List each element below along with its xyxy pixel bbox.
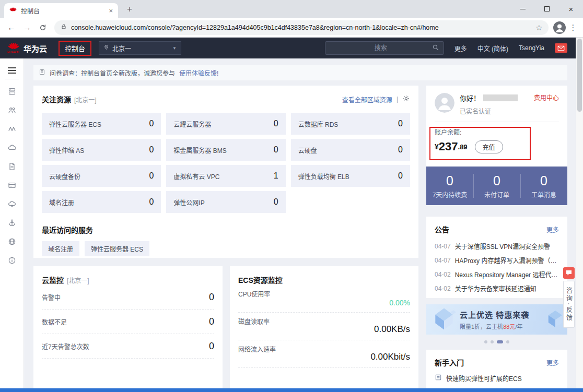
- resource-count: 0: [274, 197, 278, 207]
- resource-tile[interactable]: 虚拟私有云 VPC1: [166, 165, 285, 187]
- pagination-dot-active[interactable]: [497, 340, 503, 343]
- resource-tile[interactable]: 云耀云服务器0: [166, 113, 285, 135]
- banner-price: 88元: [503, 324, 515, 330]
- page-scrollbar[interactable]: [576, 38, 583, 388]
- resource-tile[interactable]: 云硬盘0: [291, 139, 410, 161]
- resource-tile[interactable]: 弹性云服务器 ECS0: [42, 113, 161, 135]
- settings-gear-icon[interactable]: [402, 94, 410, 104]
- banner-sub-suffix: /年: [515, 324, 522, 330]
- sidebar-card-icon[interactable]: [7, 181, 17, 190]
- brand-name[interactable]: 华为云: [24, 43, 47, 54]
- new-tab-button[interactable]: +: [123, 4, 136, 16]
- region-selector[interactable]: 北京一 ▼: [99, 41, 181, 55]
- bookmark-star-icon[interactable]: ☆: [535, 23, 542, 32]
- announcements-more-link[interactable]: 更多: [546, 225, 559, 234]
- browser-menu-icon[interactable]: ⋮: [567, 23, 579, 32]
- announcement-item[interactable]: 04-07关于深信服SSL VPN漏洞安全预警: [435, 239, 559, 253]
- pagination-dot[interactable]: [506, 340, 509, 343]
- resource-count: 0: [149, 197, 154, 207]
- head-divider: |: [397, 96, 398, 103]
- survey-feedback-link[interactable]: 使用体验反馈!: [179, 68, 218, 77]
- nav-more-link[interactable]: 更多: [454, 44, 467, 53]
- nav-username-link[interactable]: TsengYia: [519, 44, 544, 52]
- resource-count: 0: [149, 171, 154, 181]
- resource-label: 弹性云服务器 ECS: [49, 120, 101, 128]
- resource-tile[interactable]: 域名注册0: [42, 191, 161, 213]
- resource-label: 裸金属服务器 BMS: [173, 146, 226, 155]
- browser-profile-icon[interactable]: [553, 21, 566, 34]
- search-input[interactable]: [330, 44, 432, 52]
- cloud-monitor-title: 云监控: [42, 275, 64, 285]
- resource-tile[interactable]: 弹性负载均衡 ELB0: [291, 165, 410, 187]
- getting-started-item[interactable]: 快速购买弹性可扩展的ECS: [435, 374, 559, 383]
- announcement-item[interactable]: 04-02Nexus Repository Manager 远程代码执行...: [435, 267, 559, 281]
- search-icon[interactable]: [432, 44, 439, 53]
- nav-language-link[interactable]: 中文 (简体): [477, 44, 508, 53]
- ecs-monitor-title: ECS资源监控: [238, 275, 283, 285]
- scrollbar-thumb[interactable]: [577, 39, 582, 112]
- announcement-text: 关于深信服SSL VPN漏洞安全预警: [455, 242, 550, 251]
- tab-close-icon[interactable]: ×: [109, 7, 113, 15]
- nav-search-box[interactable]: [325, 41, 444, 55]
- refresh-button[interactable]: [36, 20, 50, 35]
- messages-mail-icon[interactable]: [555, 43, 567, 53]
- ecs-metric-value: 0.00Kbit/s: [370, 352, 410, 362]
- resource-label: 域名注册: [49, 198, 74, 207]
- announcement-item[interactable]: 04-02关于华为云备案审核延迟通知: [435, 281, 559, 295]
- user-avatar[interactable]: [435, 93, 454, 113]
- resource-tile[interactable]: 弹性伸缩 AS0: [42, 139, 161, 161]
- sidebar-document-icon[interactable]: [7, 162, 17, 171]
- huawei-logo-icon[interactable]: HUAWEI: [7, 42, 19, 54]
- recent-services-title: 最近访问的服务: [42, 224, 410, 235]
- stat-renewals[interactable]: 07天内待续费: [426, 167, 473, 205]
- sidebar-cloud-service-icon[interactable]: [7, 199, 17, 209]
- hamburger-menu-icon[interactable]: [8, 67, 16, 74]
- sidebar-globe-icon[interactable]: [7, 237, 17, 246]
- sidebar-info-icon[interactable]: [7, 256, 17, 265]
- forward-button[interactable]: →: [20, 20, 34, 35]
- window-close-button[interactable]: ×: [559, 0, 583, 18]
- address-bar[interactable]: console.huaweicloud.com/console/?agencyI…: [54, 20, 549, 35]
- sidebar-auto-scaling-icon[interactable]: [7, 124, 17, 134]
- banner-title: 云上优选 特惠来袭: [460, 309, 529, 320]
- sidebar-anchor-icon[interactable]: [7, 218, 17, 228]
- focused-resources-card: 关注资源 [北京一] 查看全部区域资源 | 弹性云服务器 ECS0 云耀云服务器…: [33, 86, 418, 258]
- announcement-item[interactable]: 04-07HAProxy 内存越界写入漏洞预警（CVE-20...: [435, 253, 559, 267]
- recent-service-tag[interactable]: 域名注册: [42, 241, 79, 256]
- sidebar-user-group-icon[interactable]: [7, 105, 17, 115]
- banner-diamond-small-icon: [547, 310, 563, 330]
- url-text[interactable]: console.huaweicloud.com/console/?agencyI…: [71, 24, 531, 31]
- chat-widget-icon[interactable]: [563, 267, 575, 279]
- billing-center-link[interactable]: 费用中心: [534, 93, 559, 102]
- window-maximize-button[interactable]: [535, 0, 559, 18]
- stat-label: 未付订单: [484, 190, 509, 199]
- getting-started-title: 新手入门: [435, 357, 464, 367]
- stat-unpaid-orders[interactable]: 0未付订单: [473, 167, 520, 205]
- ecs-metric-value: 0.00KB/s: [374, 324, 410, 335]
- recharge-button[interactable]: 充值: [475, 140, 503, 153]
- view-all-resources-link[interactable]: 查看全部区域资源: [342, 95, 392, 104]
- ecs-monitor-card: ECS资源监控 CPU使用率0.00% 磁盘读取率0.00KB/s 网络流入速率…: [230, 266, 418, 388]
- browser-toolbar: ← → console.huaweicloud.com/console/?age…: [0, 18, 583, 38]
- monitor-row: 数据不足0: [42, 310, 214, 334]
- resource-tile[interactable]: 裸金属服务器 BMS0: [166, 139, 285, 161]
- resource-tile[interactable]: 云数据库 RDS0: [291, 113, 410, 135]
- recent-service-tag[interactable]: 弹性云服务器 ECS: [85, 241, 149, 256]
- resource-tile[interactable]: 云硬盘备份0: [42, 165, 161, 187]
- pagination-dot[interactable]: [491, 340, 494, 343]
- getting-started-more-link[interactable]: 更多: [546, 358, 559, 367]
- monitor-row: 告警中0: [42, 285, 214, 310]
- sidebar-server-icon[interactable]: [7, 87, 17, 96]
- survey-clipboard-icon: [39, 68, 45, 77]
- promo-banner[interactable]: 云上优选 特惠来袭 限量1折，云主机88元/年: [426, 304, 567, 335]
- pagination-dot[interactable]: [484, 340, 487, 343]
- feedback-vertical-button[interactable]: 咨询·反馈: [563, 281, 575, 328]
- stat-tickets[interactable]: 0工单消息: [520, 167, 567, 205]
- browser-tab[interactable]: 控制台 ×: [4, 3, 118, 18]
- back-button[interactable]: ←: [4, 20, 19, 35]
- resource-tile[interactable]: 弹性公网IP0: [166, 191, 285, 213]
- sidebar-cloud-storage-icon[interactable]: [7, 143, 17, 152]
- window-minimize-button[interactable]: [511, 0, 535, 18]
- console-nav-item[interactable]: 控制台: [65, 45, 85, 53]
- monitor-row: 近7天告警总次数0: [42, 334, 214, 359]
